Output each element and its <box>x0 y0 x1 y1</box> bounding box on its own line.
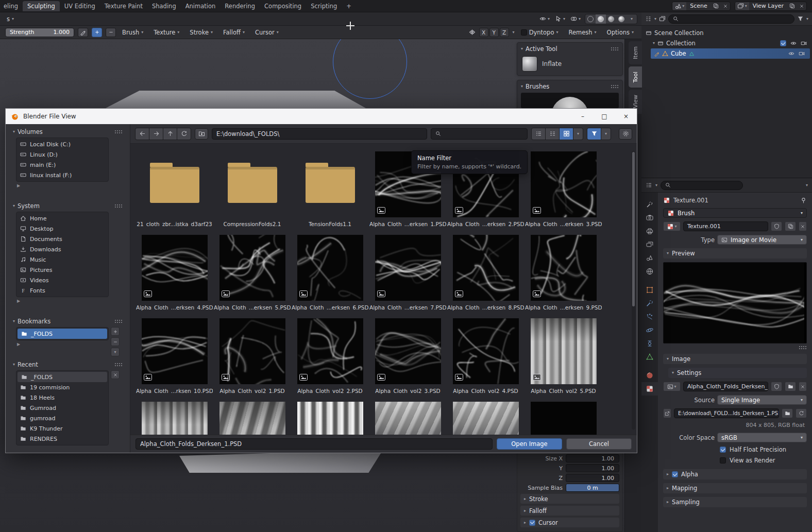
brush-preview[interactable] <box>521 93 619 108</box>
open-image-file-button[interactable] <box>785 382 796 391</box>
panel-cursor[interactable]: ▸Cursor <box>520 518 619 527</box>
file-item[interactable]: Alpha_Cloth_...erksen_9.PSD <box>525 235 602 318</box>
workspace-tab-sculpting[interactable]: Sculpting <box>23 1 60 11</box>
bookmarks-header[interactable]: ▾Bookmarks <box>6 318 130 327</box>
file-item[interactable]: Alpha_Cloth_vol2_3.PSD <box>369 318 447 402</box>
workspace-tab-uv-editing[interactable]: UV Editing <box>60 1 100 11</box>
clear-recent-button[interactable] <box>111 370 120 379</box>
fake-user-button[interactable] <box>771 382 782 391</box>
file-item[interactable]: Alpha_Cloth_...erksen_3.PSD <box>525 151 602 235</box>
file-item[interactable]: TensionFolds1.1 <box>291 151 369 235</box>
preview-panel-header[interactable]: ▾ Preview <box>663 248 807 259</box>
dyntopo-checkbox[interactable] <box>521 29 527 36</box>
system-header[interactable]: ▾System <box>6 202 130 212</box>
mirror-axis-x[interactable]: X <box>479 28 488 37</box>
display-mode-icon[interactable] <box>659 15 666 22</box>
panel-sampling[interactable]: ▸Sampling <box>663 497 807 507</box>
open-image-button[interactable]: Open Image <box>497 438 562 450</box>
properties-search-input[interactable] <box>673 182 738 188</box>
half-float-checkbox[interactable] <box>720 447 726 453</box>
recent-header[interactable]: ▾Recent <box>6 361 130 370</box>
panel-falloff[interactable]: ▸Falloff <box>520 506 619 516</box>
volumes-header[interactable]: ▾Volumes <box>6 128 130 138</box>
settings-panel-header[interactable]: ▾ Settings <box>668 368 807 378</box>
syste-item[interactable]: FFonts <box>16 285 108 296</box>
filename-input[interactable] <box>140 440 488 448</box>
outliner-editor-icon[interactable] <box>645 15 652 22</box>
forward-button[interactable] <box>149 128 163 140</box>
color-space-dropdown[interactable]: sRGB ▾ <box>717 433 807 442</box>
tool-properties-tab[interactable] <box>641 198 658 211</box>
shading-rendered-button[interactable] <box>616 14 627 24</box>
file-item[interactable]: Alpha_Cloth_...erksen_4.PSD <box>136 235 213 318</box>
cursor-checkbox[interactable] <box>529 520 535 526</box>
brushes-header[interactable]: ▾ Brushes <box>521 83 619 90</box>
select-tool-dropdown[interactable]: ▾ <box>554 14 566 24</box>
tool-dropdown-brush[interactable]: Brush▾ <box>120 29 146 36</box>
file-item[interactable]: 21_cloth_zbr...istka_d3arf23 <box>136 151 213 235</box>
strength-slider[interactable]: Strength 1.000 <box>5 28 74 37</box>
parent-directory-button[interactable] <box>163 128 177 140</box>
shading-solid-button[interactable] <box>596 14 606 24</box>
image-filepath-field[interactable]: E:\download\_FOLD...lds_Derksen_1.PSD <box>674 408 779 418</box>
menu-remesh[interactable]: Remesh▾ <box>566 29 599 36</box>
scene-properties-tab[interactable] <box>641 251 658 265</box>
object-properties-tab[interactable] <box>641 283 658 297</box>
add-bookmark-button[interactable] <box>111 327 120 336</box>
new-view-layer-button[interactable] <box>787 2 797 10</box>
browse-filepath-button[interactable] <box>782 408 793 418</box>
panel-grip[interactable] <box>114 363 123 367</box>
scene-browse-button[interactable]: ▾ <box>672 2 686 10</box>
file-item[interactable]: Alpha_Cloth_...erksen_5.PSD <box>213 235 291 318</box>
workspace-tab-shading[interactable]: Shading <box>147 1 181 11</box>
file-item[interactable] <box>136 402 213 435</box>
file-item[interactable]: Alpha_Cloth_...erksen_7.PSD <box>369 235 447 318</box>
syste-item[interactable]: Documents <box>16 234 108 244</box>
create-directory-button[interactable] <box>195 128 208 140</box>
volume-item[interactable]: linux instal (F:) <box>16 170 108 180</box>
pin-icon[interactable] <box>800 197 807 204</box>
file-item[interactable]: CompressionFolds2.1 <box>213 151 291 235</box>
outliner-row-scene-collection[interactable]: Scene Collection <box>641 28 812 38</box>
slider-z[interactable]: 1.00 <box>566 474 619 482</box>
overlays-dropdown[interactable]: ▾ <box>569 14 582 24</box>
fake-user-button[interactable] <box>771 221 782 231</box>
sidebar-tab-tool[interactable]: Tool <box>629 66 642 88</box>
file-item[interactable] <box>291 402 369 435</box>
new-scene-button[interactable] <box>711 2 721 10</box>
menu-dyntopo[interactable]: Dyntopo▾ <box>518 29 561 36</box>
horizontal-list-view-button[interactable] <box>546 128 559 140</box>
outliner-search-input[interactable] <box>681 15 790 22</box>
alpha-checkbox[interactable] <box>672 471 678 477</box>
scrollbar-thumb[interactable] <box>632 152 635 306</box>
scrollbar[interactable] <box>632 151 635 430</box>
vertical-list-view-button[interactable] <box>532 128 545 140</box>
image-name-field[interactable]: Alpha_Cloth_Folds_Derksen_1.PSD <box>683 382 768 391</box>
source-dropdown[interactable]: Single Image ▾ <box>717 395 807 405</box>
active-tool-header[interactable]: ▾ Active Tool <box>521 45 619 53</box>
workspace-tab-scripting[interactable]: Scripting <box>306 1 342 11</box>
bookmark-options-button[interactable]: ▾ <box>111 348 120 356</box>
visibility-dropdown[interactable]: ▾ <box>538 14 551 24</box>
back-button[interactable] <box>136 128 149 140</box>
world-properties-tab[interactable] <box>641 265 658 278</box>
panel-alpha[interactable]: ▸Alpha <box>663 469 807 479</box>
volume-item[interactable]: main (E:) <box>16 160 108 170</box>
panel-grip[interactable] <box>114 204 123 208</box>
workspace-tab-animation[interactable]: Animation <box>181 1 221 11</box>
panel-stroke[interactable]: ▸Stroke <box>520 494 619 504</box>
cancel-button[interactable]: Cancel <box>566 438 632 450</box>
texture-context-dropdown[interactable]: Brush ▾ <box>663 208 807 218</box>
file-item[interactable] <box>447 402 525 435</box>
recen-item[interactable]: RENDRES <box>16 434 108 444</box>
recen-item[interactable]: gumroad <box>16 413 108 423</box>
filter-toggle-button[interactable] <box>587 128 601 140</box>
file-item[interactable] <box>525 402 602 435</box>
render-properties-tab[interactable] <box>641 211 658 225</box>
remove-bookmark-button[interactable] <box>111 337 120 346</box>
display-size-dropdown[interactable]: ▾ <box>573 128 583 140</box>
panel-mapping[interactable]: ▸Mapping <box>663 483 807 493</box>
slider-y[interactable]: 1.00 <box>566 464 619 472</box>
properties-editor-icon[interactable] <box>646 182 652 188</box>
workspace-tab-eling[interactable]: eling <box>0 1 23 11</box>
